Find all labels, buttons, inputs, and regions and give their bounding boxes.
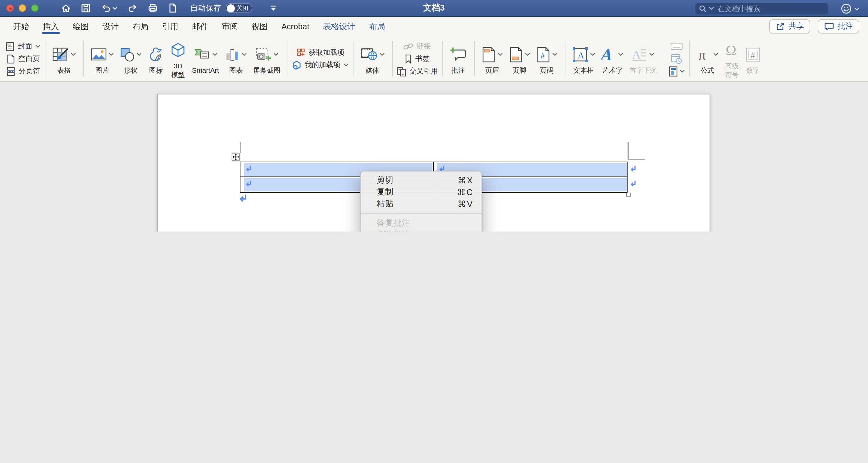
page-break-button-label: 分页符 <box>19 66 40 76</box>
bookmark-button[interactable]: 书签 <box>405 54 430 63</box>
chart-button[interactable]: 图表 <box>222 43 250 75</box>
link-button[interactable]: 链接 <box>404 42 431 51</box>
new-document-button[interactable] <box>168 3 178 13</box>
menu-item-paste-label: 粘贴 <box>376 198 393 209</box>
menu-item-copy-label: 复制 <box>376 186 393 197</box>
symbol-button-label: 符号 <box>725 71 739 78</box>
autosave-toggle[interactable]: 关闭 <box>225 3 252 13</box>
my-add-ins-button-label: 我的加载项 <box>305 60 340 70</box>
new-comment-button[interactable]: 批注 <box>447 43 470 75</box>
blank-page-button[interactable]: 空白页 <box>6 54 40 63</box>
chevron-down-icon <box>137 53 142 56</box>
3d-models-button-label: 3D <box>174 63 182 70</box>
footer-icon <box>509 47 523 63</box>
comments-button-label: 批注 <box>838 21 853 32</box>
media-button[interactable]: 媒体 <box>357 43 388 75</box>
minimize-button[interactable] <box>19 4 26 12</box>
tab-table-design[interactable]: 表格设计 <box>316 17 362 36</box>
print-button[interactable] <box>148 3 158 13</box>
menu-item-paste[interactable]: 粘贴⌘V <box>361 197 482 210</box>
number-button-label: 数字 <box>746 67 760 74</box>
chevron-down-icon <box>344 63 348 66</box>
page-break-button[interactable]: 分页符 <box>6 66 40 76</box>
svg-text:#: # <box>750 51 755 60</box>
wordart-button[interactable]: A艺术字 <box>598 43 626 75</box>
smartart-button[interactable]: SmartArt <box>189 43 222 75</box>
save-icon <box>81 3 91 13</box>
chevron-down-icon <box>552 53 557 56</box>
screenshot-icon <box>255 47 272 62</box>
tab-actions: 共享批注 <box>769 19 859 34</box>
blank-page-button-label: 空白页 <box>19 54 40 63</box>
tab-table-layout[interactable]: 布局 <box>362 17 392 36</box>
table-button[interactable]: 表格 <box>49 43 79 75</box>
account-menu[interactable] <box>841 3 859 14</box>
tab-view[interactable]: 视图 <box>245 17 275 36</box>
tab-review[interactable]: 审阅 <box>215 17 245 36</box>
drop-cap-icon: A <box>631 47 648 62</box>
menu-item-cut[interactable]: 剪切⌘X <box>361 174 482 186</box>
screenshot-button[interactable]: 屏幕截图 <box>250 43 284 75</box>
tab-layout[interactable]: 布局 <box>125 17 155 36</box>
document-canvas: 剪切⌘X复制⌘C粘贴⌘V答复批注删除批注解决批注插入删除表格删除列合并单元格边框… <box>0 82 868 232</box>
symbol-button[interactable]: Ω高级符号 <box>721 38 743 79</box>
search-box[interactable] <box>695 3 828 14</box>
equation-icon: π <box>696 47 711 62</box>
tab-design[interactable]: 设计 <box>96 17 125 36</box>
redo-button[interactable] <box>127 3 138 13</box>
cover-page-button-label: 封面 <box>18 42 32 51</box>
shapes-button[interactable]: 形状 <box>117 43 145 75</box>
menu-item-paste-shortcut: ⌘V <box>458 198 473 209</box>
tab-draw[interactable]: 绘图 <box>66 17 96 36</box>
chevron-down-icon <box>242 53 247 56</box>
icons-button[interactable]: 图标 <box>145 43 167 75</box>
menu-item-copy[interactable]: 复制⌘C <box>361 186 482 197</box>
share-button[interactable]: 共享 <box>769 19 810 34</box>
search-input[interactable] <box>716 4 825 13</box>
object-button[interactable] <box>669 66 685 76</box>
menu-item-cut-shortcut: ⌘X <box>458 175 473 185</box>
comments-button[interactable]: 批注 <box>818 19 859 34</box>
tab-insert[interactable]: 插入 <box>36 17 66 36</box>
duck-icon <box>148 47 164 62</box>
number-button[interactable]: #数字 <box>743 43 764 75</box>
chevron-down-icon <box>273 53 278 56</box>
chevron-down-icon <box>525 53 530 56</box>
close-button[interactable] <box>6 4 14 12</box>
signature-line-button[interactable] <box>671 41 683 51</box>
menu-item-delete-comment-label: 删除批注 <box>376 229 410 232</box>
equation-button[interactable]: π公式 <box>693 43 721 75</box>
save-button[interactable] <box>81 3 91 13</box>
tab-acrobat[interactable]: Acrobat <box>275 17 316 36</box>
pictures-button[interactable]: 图片 <box>88 43 117 75</box>
header-button[interactable]: 页眉 <box>478 43 506 75</box>
text-box-button[interactable]: A文本框 <box>569 43 598 75</box>
chevron-down-icon <box>680 70 685 73</box>
ribbon-tab-row: 开始插入绘图设计布局引用邮件审阅视图Acrobat表格设计布局 共享批注 <box>0 17 868 36</box>
bookmark-icon <box>405 54 412 64</box>
3d-models-button[interactable]: 3D模型 <box>167 38 189 79</box>
home-button[interactable] <box>61 3 71 13</box>
cover-page-icon <box>6 41 15 51</box>
cross-reference-button[interactable]: 交叉引用 <box>396 66 438 76</box>
table-move-handle[interactable] <box>232 153 240 161</box>
tab-references[interactable]: 引用 <box>155 17 185 36</box>
cross-reference-icon <box>396 66 406 76</box>
chevron-down-icon <box>618 53 623 56</box>
fullscreen-button[interactable] <box>31 4 38 12</box>
right-boundary-mark-arm <box>627 159 645 160</box>
toolbar-overflow-icon[interactable] <box>269 3 278 13</box>
undo-button[interactable] <box>101 3 118 13</box>
get-add-ins-button[interactable]: 获取加载项 <box>297 48 344 57</box>
tab-home[interactable]: 开始 <box>6 17 36 36</box>
footer-button[interactable]: 页脚 <box>506 43 533 75</box>
cross-reference-button-label: 交叉引用 <box>409 66 438 76</box>
page-number-button[interactable]: #页码 <box>533 43 560 75</box>
cover-page-button[interactable]: 封面 <box>6 42 40 51</box>
date-time-button[interactable] <box>671 54 682 64</box>
drop-cap-button[interactable]: A首字下沉 <box>626 43 660 75</box>
table-resize-handle[interactable] <box>626 193 631 197</box>
tab-mailings[interactable]: 邮件 <box>185 17 215 36</box>
symbol-button-label: 高级 <box>725 63 739 70</box>
my-add-ins-button[interactable]: 我的加载项 <box>292 60 348 70</box>
